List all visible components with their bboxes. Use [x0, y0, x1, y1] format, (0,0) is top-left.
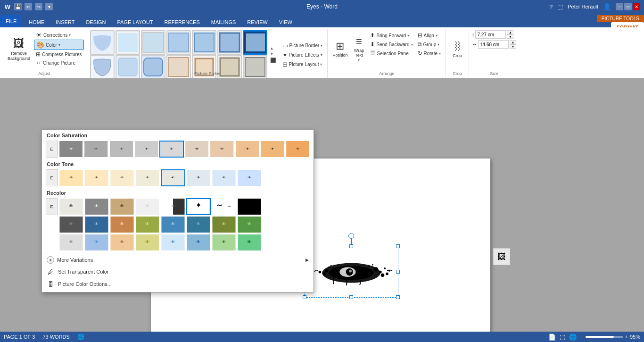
gallery-more-arrow[interactable]: ⬛	[270, 57, 276, 63]
rotate-button[interactable]: ↻ Rotate ▾	[416, 49, 443, 58]
rc-dark2-25[interactable]: 👁	[110, 216, 134, 233]
restore-icon[interactable]: ▭	[624, 3, 632, 10]
rc-accent1-50[interactable]: 👁	[186, 216, 211, 233]
recolor-custom1[interactable]: ∼ ∼	[212, 198, 236, 215]
height-input[interactable]	[475, 30, 506, 39]
tab-mailings[interactable]: MAILINGS	[206, 17, 242, 27]
style-thumb-1[interactable]	[90, 30, 115, 55]
zoom-level[interactable]: 95%	[630, 334, 640, 340]
window-controls[interactable]: ? ⬚ Peter Herault 👤 ─ ▭ ✕	[549, 3, 640, 10]
recolor-icon[interactable]: ⊡	[46, 198, 58, 215]
wrap-text-button[interactable]: ≡ WrapText ▾	[350, 30, 367, 67]
tone-10000[interactable]: 👁	[212, 169, 236, 186]
tab-page-layout[interactable]: PAGE LAYOUT	[112, 17, 159, 27]
ribbon-display-icon[interactable]: ⬚	[557, 3, 563, 10]
selection-pane-button[interactable]: ☰ Selection Pane	[368, 49, 414, 58]
tone-icon[interactable]: ⊡	[46, 169, 58, 186]
save-icon[interactable]: 💾	[14, 3, 22, 10]
recolor-sepia[interactable]: 👁	[110, 198, 134, 215]
gallery-down-arrow[interactable]: ▼	[270, 51, 276, 57]
crop-button[interactable]: ⧚ Crop	[449, 30, 466, 67]
customize-qat-icon[interactable]: ▾	[45, 3, 53, 10]
height-up[interactable]: ▲	[507, 30, 513, 34]
rotation-handle[interactable]	[348, 233, 354, 239]
group-button[interactable]: ⧉ Group ▾	[416, 40, 443, 49]
handle-tr[interactable]	[396, 244, 400, 248]
sat-0[interactable]: 👁	[59, 141, 83, 158]
tab-home[interactable]: HOME	[23, 17, 50, 27]
height-spinner[interactable]: ▲ ▼	[507, 30, 513, 39]
sat-133[interactable]: 👁	[185, 141, 209, 158]
rc-light1-50[interactable]: 👁	[84, 234, 109, 251]
quick-access-toolbar[interactable]: W 💾 ↩ ↪ ▾	[4, 3, 53, 10]
undo-icon[interactable]: ↩	[25, 3, 32, 10]
bring-forward-button[interactable]: ⬆ Bring Forward ▾	[368, 31, 414, 40]
tab-view[interactable]: VIEW	[273, 17, 298, 27]
corrections-button[interactable]: ☀ Corrections ▾	[34, 30, 83, 40]
width-spinner[interactable]: ▲ ▼	[510, 40, 516, 49]
rc-dark1-25[interactable]: 👁	[59, 216, 83, 233]
tone-selected[interactable]: 👁	[161, 169, 185, 186]
sat-166[interactable]: 👁	[210, 141, 234, 158]
rc-accent4-50[interactable]: 👁	[237, 234, 262, 251]
sat-33[interactable]: 👁	[84, 141, 108, 158]
picture-border-button[interactable]: ▭ Picture Border ▾	[281, 41, 325, 50]
rc-light1-25[interactable]: 👁	[59, 234, 83, 251]
picture-layout-button[interactable]: ⊟ Picture Layout ▾	[281, 60, 325, 69]
rc-accent4-25[interactable]: 👁	[212, 234, 236, 251]
recolor-bw25[interactable]: 👁	[161, 198, 185, 215]
compress-pictures-button[interactable]: ⊞ Compress Pictures	[34, 50, 83, 58]
style-thumb-4[interactable]	[166, 30, 191, 55]
zoom-in-icon[interactable]: +	[625, 334, 628, 340]
rc-light2-25[interactable]: 👁	[110, 234, 134, 251]
style-thumb-5[interactable]	[192, 30, 216, 55]
width-input[interactable]	[478, 40, 509, 49]
rc-accent3-25[interactable]: 👁	[161, 234, 185, 251]
picture-color-options-item[interactable]: 🎛 Picture Color Options...	[42, 278, 314, 290]
zoom-slider[interactable]	[586, 336, 623, 338]
recolor-no[interactable]: 👁	[59, 198, 83, 215]
align-button[interactable]: ⊟ Align ▾	[416, 31, 443, 40]
rc-accent2-50[interactable]: 👁	[237, 216, 262, 233]
height-down[interactable]: ▼	[507, 34, 513, 39]
send-backward-button[interactable]: ⬇ Send Backward ▾	[368, 40, 414, 49]
more-variations-item[interactable]: ✦ More Variations ▶	[42, 254, 314, 266]
tone-7500[interactable]: 👁	[135, 169, 160, 186]
rc-dark2-50[interactable]: 👁	[135, 216, 160, 233]
help-icon[interactable]: ?	[549, 3, 553, 10]
handle-bc[interactable]	[349, 295, 353, 299]
remove-background-button[interactable]: 🖼 RemoveBackground	[5, 30, 33, 68]
view-normal-icon[interactable]: 📄	[548, 334, 556, 341]
handle-bl[interactable]	[303, 295, 306, 299]
sat-200[interactable]: 👁	[235, 141, 259, 158]
position-button[interactable]: ⊞ Position	[330, 30, 349, 67]
style-thumb-2[interactable]	[116, 30, 140, 55]
sat-400[interactable]: 👁	[286, 141, 310, 158]
recolor-gray[interactable]: 👁	[84, 198, 109, 215]
tab-references[interactable]: REFERENCES	[159, 17, 206, 27]
view-layout-icon[interactable]: ⬚	[560, 334, 565, 341]
sat-66[interactable]: 👁	[109, 141, 133, 158]
change-picture-button[interactable]: ↔ Change Picture	[34, 58, 83, 67]
rc-dark1-50[interactable]: 👁	[84, 216, 109, 233]
tone-9300[interactable]: 👁	[186, 169, 211, 186]
rc-accent3-50[interactable]: 👁	[186, 234, 211, 251]
zoom-out-icon[interactable]: −	[580, 334, 583, 340]
sat-300[interactable]: 👁	[260, 141, 284, 158]
set-transparent-item[interactable]: 🖊 Set Transparent Color	[42, 266, 314, 278]
rc-light2-50[interactable]: 👁	[135, 234, 160, 251]
tone-5500[interactable]: 👁	[84, 169, 109, 186]
close-icon[interactable]: ✕	[633, 3, 640, 10]
recolor-washout[interactable]: 👁	[135, 198, 160, 215]
redo-icon[interactable]: ↪	[35, 3, 42, 10]
tab-design[interactable]: DESIGN	[80, 17, 111, 27]
recolor-selected[interactable]: ✦	[186, 198, 211, 215]
sat-selected[interactable]: 👁	[159, 141, 183, 158]
handle-mr[interactable]	[396, 270, 400, 274]
color-button[interactable]: 🎨 Color ▾	[34, 40, 83, 50]
image-layout-icon[interactable]: 🖼	[493, 248, 510, 265]
style-thumb-3[interactable]	[141, 30, 165, 55]
view-web-icon[interactable]: 🌐	[569, 334, 577, 341]
gallery-up-arrow[interactable]: ▲	[270, 46, 276, 51]
language-icon[interactable]: 🌐	[77, 334, 84, 340]
